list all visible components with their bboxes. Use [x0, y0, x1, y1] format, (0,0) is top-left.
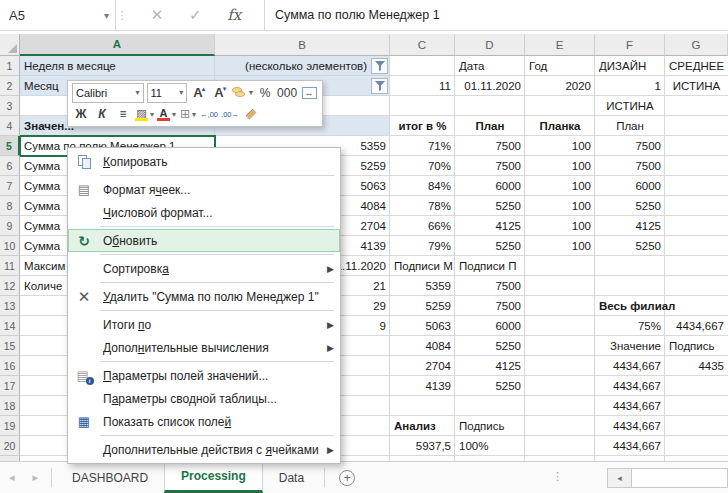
borders-button[interactable]: ⊞▾ — [179, 105, 197, 123]
cell-C20[interactable]: 5937,5 — [390, 436, 455, 456]
cell-F15[interactable]: Значение — [595, 336, 665, 356]
decrease-decimal-button[interactable]: ,00→ — [221, 105, 239, 123]
add-sheet-button[interactable]: + — [329, 462, 365, 493]
cell-F5[interactable]: 7500 — [595, 136, 665, 156]
cell-F18[interactable]: 4434,667 — [595, 396, 665, 416]
cell-C13[interactable]: 5259 — [390, 296, 455, 316]
menu-item-3[interactable]: Числовой формат... — [68, 201, 340, 224]
font-color-button[interactable]: А▾ — [157, 105, 176, 123]
scroll-left-icon[interactable]: ◂ — [607, 468, 632, 488]
font-size-select[interactable]: 11 ▾ — [147, 83, 188, 103]
cell-D9[interactable]: 4125 — [455, 216, 525, 236]
row-header-8[interactable]: 8 — [0, 196, 20, 216]
cell-D15[interactable]: 5250 — [455, 336, 525, 356]
cell-C9[interactable]: 66% — [390, 216, 455, 236]
row-header-20[interactable]: 20 — [0, 436, 20, 456]
cell-E9[interactable]: 100 — [525, 216, 595, 236]
cell-C5[interactable]: 71% — [390, 136, 455, 156]
column-header-F[interactable]: F — [595, 34, 665, 56]
cell-D10[interactable]: 5250 — [455, 236, 525, 256]
menu-item-10[interactable]: Параметры сводной таблицы... — [68, 387, 340, 410]
comma-style-button[interactable]: 000 — [277, 84, 297, 102]
row-header-9[interactable]: 9 — [0, 216, 20, 236]
cell-C10[interactable]: 79% — [390, 236, 455, 256]
cell-A1[interactable]: Неделя в месяце — [20, 56, 215, 76]
column-header-D[interactable]: D — [455, 34, 525, 56]
cell-D17[interactable]: 5250 — [455, 376, 525, 396]
cell-G1[interactable]: СРЕДНЕЕ — [665, 56, 728, 76]
cell-F3[interactable]: ИСТИНА — [595, 96, 665, 116]
cell-C17[interactable]: 4139 — [390, 376, 455, 396]
increase-font-button[interactable]: A▴ — [190, 84, 208, 102]
row-header-7[interactable]: 7 — [0, 176, 20, 196]
cell-F14[interactable]: 75% — [595, 316, 665, 336]
tab-processing[interactable]: Processing — [164, 462, 263, 493]
row-header-16[interactable]: 16 — [0, 356, 20, 376]
cell-C4[interactable]: итог в % — [390, 116, 455, 136]
tab-dashboard[interactable]: DASHBOARD — [56, 462, 164, 493]
cell-G2[interactable]: ИСТИНА — [665, 76, 728, 96]
row-header-4[interactable]: 4 — [0, 116, 20, 136]
cell-G15[interactable]: Подпись — [665, 336, 728, 356]
menu-item-5[interactable]: Сортировка▶ — [68, 257, 340, 280]
column-header-A[interactable]: A — [20, 34, 215, 56]
cell-D1[interactable]: Дата — [455, 56, 525, 76]
cell-C11[interactable]: Подписи М — [390, 256, 455, 276]
cell-C7[interactable]: 84% — [390, 176, 455, 196]
cell-D5[interactable]: 7500 — [455, 136, 525, 156]
tab-scroll-left-icon[interactable]: ◂ — [0, 462, 24, 493]
enter-icon[interactable]: ✓ — [189, 6, 202, 24]
cell-D11[interactable]: Подписи П — [455, 256, 525, 276]
name-box[interactable]: A5 ▾ — [0, 0, 116, 30]
cell-C15[interactable]: 4084 — [390, 336, 455, 356]
cell-F20[interactable]: 4434,667 — [595, 436, 665, 456]
column-header-C[interactable]: C — [390, 34, 455, 56]
menu-item-8[interactable]: Дополнительные вычисления▶ — [68, 336, 340, 359]
cell-D19[interactable]: Подпись — [455, 416, 525, 436]
menu-item-7[interactable]: Итоги по▶ — [68, 313, 340, 336]
font-name-select[interactable]: Calibri ▾ — [72, 83, 144, 103]
cell-D16[interactable]: 4125 — [455, 356, 525, 376]
cell-C2[interactable]: 11 — [390, 76, 455, 96]
tab-data[interactable]: Data — [263, 462, 320, 493]
cell-D7[interactable]: 6000 — [455, 176, 525, 196]
borders-align-button[interactable]: ≡ — [114, 105, 132, 123]
menu-item-12[interactable]: Дополнительные действия с ячейками▶ — [68, 438, 340, 461]
cell-C16[interactable]: 2704 — [390, 356, 455, 376]
menu-item-6[interactable]: ✕Удалить "Сумма по полю Менеджер 1" — [68, 285, 340, 308]
row-header-19[interactable]: 19 — [0, 416, 20, 436]
cell-D4[interactable]: План — [455, 116, 525, 136]
cell-D6[interactable]: 7500 — [455, 156, 525, 176]
row-header-18[interactable]: 18 — [0, 396, 20, 416]
cell-F7[interactable]: 6000 — [595, 176, 665, 196]
row-header-6[interactable]: 6 — [0, 156, 20, 176]
row-header-3[interactable]: 3 — [0, 96, 20, 116]
cell-E8[interactable]: 100 — [525, 196, 595, 216]
accounting-format-button[interactable]: ▾ — [232, 84, 253, 102]
cell-F10[interactable]: 5250 — [595, 236, 665, 256]
cell-E6[interactable]: 100 — [525, 156, 595, 176]
format-painter-button[interactable] — [242, 105, 260, 123]
insert-function-icon[interactable]: fx — [227, 6, 241, 24]
cell-E10[interactable]: 100 — [525, 236, 595, 256]
cell-F16[interactable]: 4434,667 — [595, 356, 665, 376]
scrollbar-track[interactable] — [632, 468, 728, 488]
row-header-1[interactable]: 1 — [0, 56, 20, 76]
select-all-corner[interactable] — [0, 34, 20, 56]
tab-scroll-right-icon[interactable]: ▸ — [24, 462, 48, 493]
row-header-15[interactable]: 15 — [0, 336, 20, 356]
cell-C12[interactable]: 5359 — [390, 276, 455, 296]
italic-button[interactable]: К — [93, 105, 111, 123]
cell-F2[interactable]: 1 — [595, 76, 665, 96]
row-header-13[interactable]: 13 — [0, 296, 20, 316]
cell-F4[interactable]: План — [595, 116, 665, 136]
menu-item-11[interactable]: ▦Показать список полей — [68, 410, 340, 433]
cell-D14[interactable]: 6000 — [455, 316, 525, 336]
cell-D20[interactable]: 100% — [455, 436, 525, 456]
cell-F8[interactable]: 5250 — [595, 196, 665, 216]
percent-style-button[interactable]: % — [256, 84, 274, 102]
row-header-10[interactable]: 10 — [0, 236, 20, 256]
increase-decimal-button[interactable]: ←,00 — [200, 105, 218, 123]
row-header-12[interactable]: 12 — [0, 276, 20, 296]
row-header-17[interactable]: 17 — [0, 376, 20, 396]
